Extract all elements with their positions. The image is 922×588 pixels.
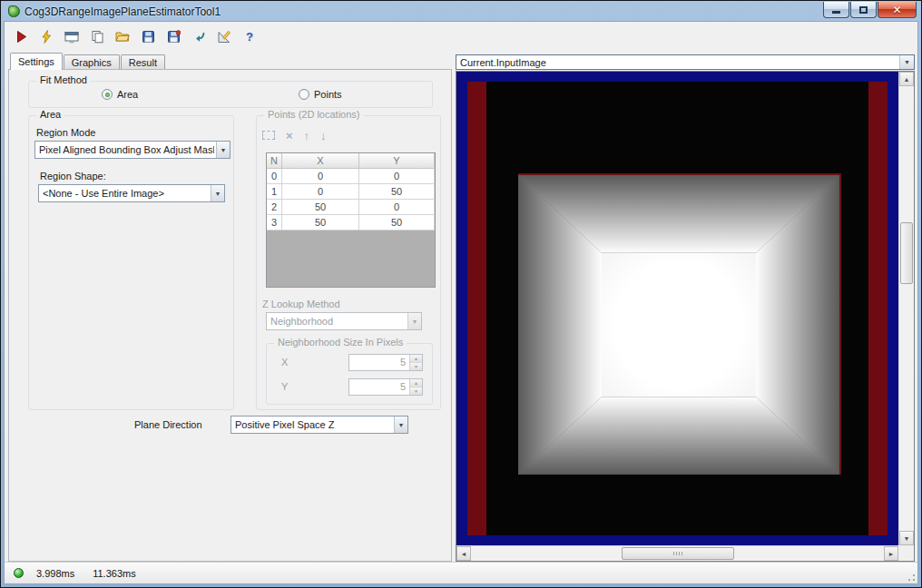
cell: 0 bbox=[359, 169, 435, 184]
chevron-down-icon: ▼ bbox=[407, 313, 421, 329]
copy-results-icon[interactable] bbox=[89, 29, 105, 44]
record-selector-value: Current.InputImage bbox=[460, 57, 899, 68]
neighborhood-y-value: 5 bbox=[349, 379, 409, 395]
area-group: Area Region Mode Pixel Aligned Bounding … bbox=[28, 115, 234, 410]
settings-tabcontrol: Settings Graphics Result Fit Method Area bbox=[8, 53, 452, 562]
cell: 1 bbox=[267, 184, 282, 200]
tab-result[interactable]: Result bbox=[121, 54, 165, 70]
neighborhood-y-stepper[interactable]: 5 ▲ ▼ bbox=[348, 378, 423, 396]
points-mini-toolbar: × ↑ ↓ bbox=[262, 127, 327, 143]
z-lookup-select[interactable]: Neighborhood ▼ bbox=[266, 312, 422, 330]
app-icon bbox=[8, 5, 20, 17]
show-display-icon[interactable] bbox=[64, 29, 80, 44]
area-group-label: Area bbox=[36, 109, 64, 120]
fit-method-label: Fit Method bbox=[36, 74, 91, 85]
run-icon[interactable] bbox=[13, 29, 29, 44]
image-right-stripe bbox=[868, 82, 888, 535]
vertical-scroll-thumb[interactable] bbox=[900, 222, 913, 284]
z-lookup-label: Z Lookup Method bbox=[262, 299, 340, 309]
save-file-icon[interactable] bbox=[140, 29, 156, 44]
cell: 50 bbox=[282, 200, 359, 215]
col-header-x: X bbox=[282, 153, 359, 169]
region-mode-select[interactable]: Pixel Aligned Bounding Box Adjust Mask ▼ bbox=[34, 141, 230, 159]
tab-settings[interactable]: Settings bbox=[10, 53, 63, 70]
help-icon[interactable]: ? bbox=[241, 29, 258, 44]
region-shape-select[interactable]: <None - Use Entire Image> ▼ bbox=[38, 184, 225, 202]
revert-icon[interactable] bbox=[191, 29, 207, 44]
points-table[interactable]: N X Y 0 0 0 1 0 bbox=[266, 152, 436, 288]
tabstrip: Settings Graphics Result bbox=[8, 53, 452, 70]
settings-tab-page: Fit Method Area Points Area Regi bbox=[8, 69, 452, 562]
range-image-view[interactable] bbox=[456, 72, 898, 545]
horizontal-scroll-thumb[interactable] bbox=[622, 547, 734, 560]
maximize-icon bbox=[859, 6, 868, 14]
plane-direction-value: Positive Pixel Space Z bbox=[235, 419, 392, 430]
maximize-button[interactable] bbox=[850, 2, 877, 18]
move-up-icon[interactable]: ↑ bbox=[304, 130, 310, 142]
image-panel: Current.InputImage ▼ bbox=[456, 53, 915, 562]
points-table-header: N X Y bbox=[267, 153, 435, 169]
cell: 0 bbox=[282, 184, 359, 200]
run-electric-icon[interactable] bbox=[38, 29, 54, 44]
cell: 50 bbox=[359, 215, 435, 230]
region-mode-value: Pixel Aligned Bounding Box Adjust Mask bbox=[39, 144, 214, 155]
fit-method-area-radio[interactable]: Area bbox=[102, 89, 138, 100]
cell: 50 bbox=[282, 215, 359, 230]
vertical-scrollbar[interactable]: ▲ ▼ bbox=[898, 72, 914, 545]
spin-up-icon[interactable]: ▲ bbox=[410, 355, 422, 363]
minimize-icon bbox=[832, 11, 840, 14]
ruler-pencil-icon[interactable] bbox=[216, 29, 232, 44]
open-file-icon[interactable] bbox=[114, 29, 131, 44]
selection-rect-icon[interactable] bbox=[262, 131, 275, 140]
cell: 0 bbox=[267, 169, 282, 184]
neighborhood-y-label: Y bbox=[281, 381, 288, 392]
status-led-icon bbox=[14, 568, 24, 578]
table-row: 3 50 50 bbox=[267, 215, 435, 230]
minimize-button[interactable] bbox=[823, 2, 849, 18]
status-bar: 3.998ms 11.363ms bbox=[5, 562, 917, 583]
plane-direction-select[interactable]: Positive Pixel Space Z ▼ bbox=[230, 416, 408, 434]
cell: 50 bbox=[359, 184, 435, 200]
cell: 0 bbox=[359, 200, 435, 215]
points-group: Points (2D locations) × ↑ ↓ N X Y bbox=[256, 115, 441, 410]
z-lookup-value: Neighborhood bbox=[270, 316, 406, 327]
table-row: 0 0 0 bbox=[267, 169, 435, 184]
col-header-n: N bbox=[267, 153, 282, 169]
height-map-plateau bbox=[602, 253, 756, 397]
window-title: Cog3DRangeImagePlaneEstimatorTool1 bbox=[25, 5, 823, 18]
delete-x-icon[interactable]: × bbox=[286, 130, 293, 142]
cell: 2 bbox=[267, 200, 282, 215]
neighborhood-group: Neighborhood Size In Pixels X 5 ▲ ▼ Y bbox=[266, 343, 433, 405]
scroll-left-icon[interactable]: ◄ bbox=[456, 546, 471, 561]
spin-down-icon[interactable]: ▼ bbox=[410, 387, 422, 395]
resize-grip[interactable] bbox=[905, 571, 916, 582]
cell: 0 bbox=[282, 169, 359, 184]
close-icon: ✕ bbox=[892, 5, 901, 15]
scroll-down-icon[interactable]: ▼ bbox=[899, 531, 914, 545]
close-button[interactable]: ✕ bbox=[878, 2, 917, 18]
horizontal-scrollbar[interactable]: ◄ ► bbox=[456, 545, 898, 561]
main-area: Settings Graphics Result Fit Method Area bbox=[5, 51, 917, 562]
tab-graphics[interactable]: Graphics bbox=[64, 54, 120, 70]
chevron-down-icon: ▼ bbox=[899, 55, 914, 69]
neighborhood-x-stepper[interactable]: 5 ▲ ▼ bbox=[348, 354, 423, 371]
table-row: 1 0 50 bbox=[267, 184, 435, 200]
spin-up-icon[interactable]: ▲ bbox=[410, 379, 422, 387]
toolbar: ? bbox=[5, 22, 917, 51]
titlebar[interactable]: Cog3DRangeImagePlaneEstimatorTool1 ✕ bbox=[4, 1, 918, 21]
move-down-icon[interactable]: ↓ bbox=[320, 130, 327, 142]
scroll-right-icon[interactable]: ► bbox=[884, 546, 898, 561]
fit-method-area-label: Area bbox=[117, 89, 138, 100]
record-selector[interactable]: Current.InputImage ▼ bbox=[456, 54, 915, 70]
image-display: ▲ ▼ ◄ ► bbox=[456, 71, 915, 562]
fit-method-points-radio[interactable]: Points bbox=[299, 89, 342, 100]
save-image-icon[interactable] bbox=[165, 29, 181, 44]
image-left-stripe bbox=[467, 82, 486, 535]
radio-checked-icon bbox=[102, 89, 113, 100]
run-time: 3.998ms bbox=[36, 568, 74, 579]
scroll-up-icon[interactable]: ▲ bbox=[899, 72, 914, 86]
cell: 3 bbox=[267, 215, 282, 230]
spin-down-icon[interactable]: ▼ bbox=[410, 363, 422, 370]
region-shape-label: Region Shape: bbox=[40, 171, 106, 181]
neighborhood-x-label: X bbox=[281, 357, 288, 368]
